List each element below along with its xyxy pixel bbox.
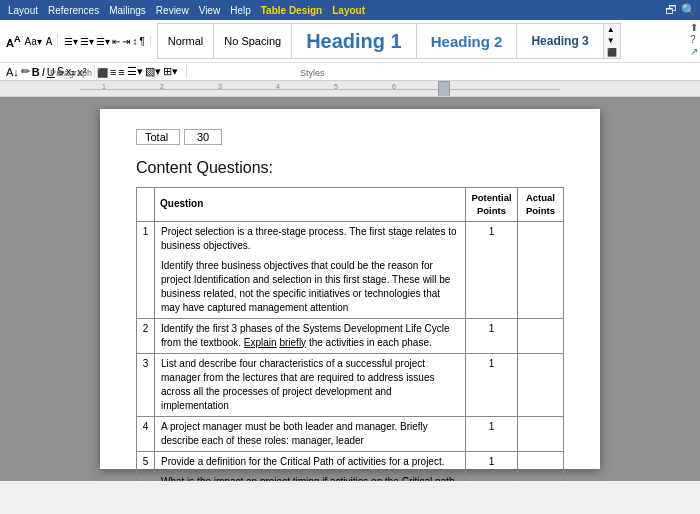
aa-btn[interactable]: Aa▾ (25, 36, 42, 47)
style-h2[interactable]: Heading 2 (417, 24, 518, 58)
document-area: Total 30 Content Questions: Question Pot… (0, 97, 700, 481)
share-icon[interactable]: ↗ (690, 46, 698, 57)
help-tab-top[interactable]: Help (230, 5, 251, 16)
row-2-num: 2 (137, 318, 155, 353)
row-1-num: 1 (137, 221, 155, 318)
help-icon[interactable]: ? (690, 34, 698, 45)
row-3-points: 1 (466, 353, 518, 416)
total-value-box[interactable]: 30 (184, 129, 222, 145)
layout-tab-contextual[interactable]: Layout (332, 5, 365, 16)
ruler-mark-1: 1 (102, 83, 106, 90)
row-4-num: 4 (137, 416, 155, 451)
row-3-actual[interactable] (518, 353, 564, 416)
list-btn[interactable]: ☰▾ (64, 36, 78, 47)
content-heading: Content Questions: (136, 159, 564, 177)
review-tab-top[interactable]: Review (156, 5, 189, 16)
style-h1[interactable]: Heading 1 (292, 24, 417, 58)
view-tab-top[interactable]: View (199, 5, 221, 16)
row-1-points: 1 (466, 221, 518, 318)
shading-btn[interactable]: ▧▾ (145, 65, 161, 78)
numbered-list-btn[interactable]: ☰▾ (80, 36, 94, 47)
ruler-mark-3: 3 (218, 83, 222, 90)
layout-tab-top[interactable]: Layout (8, 5, 38, 16)
row-1-question: Project selection is a three-stage proce… (155, 221, 466, 318)
indent-increase-btn[interactable]: ⇥ (122, 36, 130, 47)
row-4-question: A project manager must be both leader an… (155, 416, 466, 451)
style-no-spacing[interactable]: No Spacing (214, 24, 292, 58)
ribbon-collapse-icon[interactable]: ⬆ (690, 22, 698, 33)
document-page: Total 30 Content Questions: Question Pot… (100, 109, 600, 469)
pilcrow-btn[interactable]: ¶ (139, 36, 144, 47)
ruler-thumb[interactable] (438, 81, 450, 97)
content-table: Question PotentialPoints ActualPoints 1 … (136, 187, 564, 481)
table-row: 4 A project manager must be both leader … (137, 416, 564, 451)
multilevel-btn[interactable]: ☰▾ (96, 36, 110, 47)
paragraph-label: Paragraph (50, 68, 92, 78)
table-row: 2 Identify the first 3 phases of the Sys… (137, 318, 564, 353)
row-3-num: 3 (137, 353, 155, 416)
table-row: 3 List and describe four characteristics… (137, 353, 564, 416)
row-1-actual[interactable] (518, 221, 564, 318)
ruler-mark-6: 6 (392, 83, 396, 90)
scroll-up-icon[interactable]: ▲ (607, 25, 617, 34)
explain-underline: Explain (244, 337, 277, 348)
style-normal[interactable]: Normal (158, 24, 214, 58)
justify-btn[interactable]: ☰▾ (127, 65, 143, 78)
row-2-question: Identify the first 3 phases of the Syste… (155, 318, 466, 353)
font-name-btn[interactable]: AA (6, 34, 21, 49)
table-row: 5 Provide a definition for the Critical … (137, 451, 564, 481)
references-tab-top[interactable]: References (48, 5, 99, 16)
expand-styles-icon[interactable]: ⬛ (607, 48, 617, 57)
row-5-actual[interactable] (518, 451, 564, 481)
row-2-actual[interactable] (518, 318, 564, 353)
paragraph-expand-icon[interactable]: ⬛ (97, 68, 108, 78)
total-row: Total 30 (136, 129, 564, 145)
col-header-question: Question (155, 188, 466, 222)
mailings-tab-top[interactable]: Mailings (109, 5, 146, 16)
col-header-potential: PotentialPoints (466, 188, 518, 222)
restore-icon[interactable]: 🗗 (665, 3, 677, 17)
italic-btn[interactable]: I (42, 66, 45, 78)
styles-scroll[interactable]: ▲ ▼ ⬛ (603, 24, 620, 58)
col-header-num (137, 188, 155, 222)
bold-btn[interactable]: B (32, 66, 40, 78)
table-design-tab[interactable]: Table Design (261, 5, 323, 16)
align-right-btn[interactable]: ≡ (118, 66, 124, 78)
briefly-underline: briefly (279, 337, 306, 348)
eraser-btn[interactable]: ✏ (21, 65, 30, 78)
ruler-mark-5: 5 (334, 83, 338, 90)
font-color-btn[interactable]: A (46, 35, 53, 48)
font-size-down-btn[interactable]: A↓ (6, 66, 19, 78)
row-3-question: List and describe four characteristics o… (155, 353, 466, 416)
total-label-box: Total (136, 129, 180, 145)
align-center-btn[interactable]: ≡ (110, 66, 116, 78)
row-5-points: 1 (466, 451, 518, 481)
col-header-actual: ActualPoints (518, 188, 564, 222)
borders-btn[interactable]: ⊞▾ (163, 65, 178, 78)
row-4-actual[interactable] (518, 416, 564, 451)
style-h3[interactable]: Heading 3 (517, 24, 602, 58)
styles-label: Styles (300, 68, 325, 78)
row-5-num: 5 (137, 451, 155, 481)
table-row: 1 Project selection is a three-stage pro… (137, 221, 564, 318)
ruler-mark-2: 2 (160, 83, 164, 90)
sort-btn[interactable]: ↕ (132, 36, 137, 47)
ruler-mark-4: 4 (276, 83, 280, 90)
search-icon[interactable]: 🔍 (681, 3, 696, 17)
indent-decrease-btn[interactable]: ⇤ (112, 36, 120, 47)
scroll-down-icon[interactable]: ▼ (607, 36, 617, 45)
row-5-question: Provide a definition for the Critical Pa… (155, 451, 466, 481)
row-4-points: 1 (466, 416, 518, 451)
row-2-points: 1 (466, 318, 518, 353)
